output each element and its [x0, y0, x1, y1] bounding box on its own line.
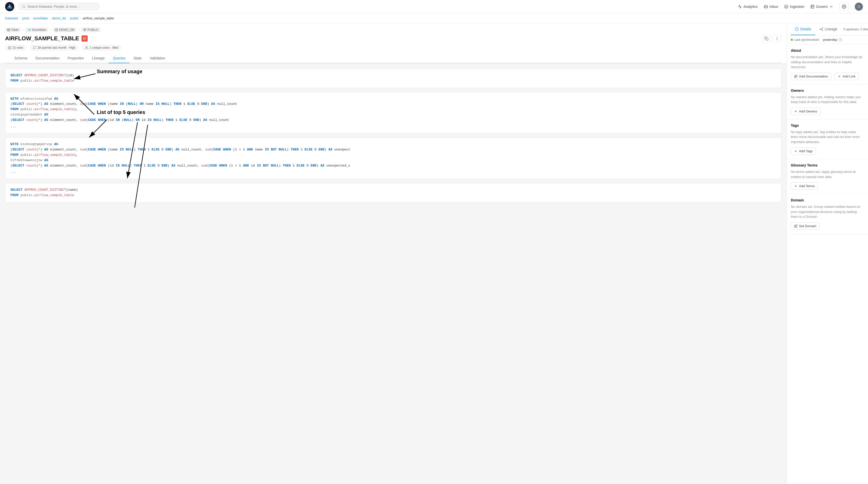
sync-status: Last synchronized yesterday — [787, 35, 868, 45]
plus-icon — [794, 149, 798, 153]
more-icon — [775, 36, 779, 40]
title-actions — [762, 35, 781, 42]
content-area: Table › Snowflake › DEMO_DB › — [0, 24, 786, 483]
gear-icon — [842, 4, 846, 9]
query-item[interactable]: SELECT APPROX_COUNT_DISTINCT(name) FROM … — [5, 183, 781, 202]
chevron-down-icon — [829, 5, 833, 9]
query-list: SELECT APPROX_COUNT_DISTINCT(id) FROM pu… — [0, 63, 786, 207]
nav-govern[interactable]: Govern — [810, 5, 833, 9]
analytics-icon — [738, 5, 742, 9]
schema-icon — [83, 28, 86, 31]
edit-icon — [794, 75, 798, 78]
query-item[interactable]: WITH wfudnxctvzuusfqd AS (SELECT count(*… — [5, 92, 781, 134]
domain-section: Domain No domain set. Group related enti… — [787, 194, 868, 234]
add-tags-button[interactable]: Add Tags — [791, 147, 816, 155]
svg-point-37 — [822, 28, 823, 28]
tab-documentation[interactable]: Documentation — [31, 54, 63, 63]
lineage-icon — [819, 27, 823, 31]
main-layout: Table › Snowflake › DEMO_DB › — [0, 24, 868, 483]
add-link-button[interactable]: Add Link — [834, 73, 859, 80]
avatar[interactable]: U — [855, 3, 863, 11]
owners-section: Owners No owners added yet. Adding owner… — [787, 84, 868, 119]
tab-validation[interactable]: Validation — [146, 54, 169, 63]
svg-rect-23 — [8, 47, 11, 49]
svg-line-3 — [25, 7, 25, 8]
more-button[interactable] — [773, 35, 781, 42]
svg-point-38 — [822, 30, 823, 31]
query-item[interactable]: SELECT APPROX_COUNT_DISTINCT(id) FROM pu… — [5, 68, 781, 88]
set-domain-button[interactable]: Set Domain — [791, 222, 819, 230]
breadcrumb-public[interactable]: public — [70, 16, 79, 20]
nav-inbox[interactable]: Inbox — [764, 5, 778, 9]
rows-icon — [8, 46, 11, 50]
settings-button[interactable] — [839, 3, 849, 11]
svg-line-40 — [820, 29, 822, 30]
copy-button[interactable] — [762, 35, 771, 42]
entity-title-row: AIRFLOW_SAMPLE_TABLE — [5, 35, 781, 42]
svg-rect-19 — [766, 38, 768, 40]
glossary-section: Glossary Terms No terms added yet. Apply… — [787, 159, 868, 194]
inbox-icon — [764, 5, 768, 9]
tab-properties[interactable]: Properties — [64, 54, 88, 63]
meta-rows: 21 rows — [5, 45, 26, 51]
queries-section: Summary of usage List of top 5 queries — [0, 63, 786, 207]
sidebar-tabs: Details Lineage — [791, 24, 841, 35]
add-owners-button[interactable]: Add Owners — [791, 108, 820, 115]
search-icon — [22, 5, 26, 8]
svg-line-39 — [820, 28, 822, 29]
tab-schema[interactable]: Schema — [10, 54, 31, 63]
snowflake-icon — [28, 28, 31, 31]
breadcrumb-datasets[interactable]: Datasets — [5, 16, 18, 20]
svg-point-1 — [9, 6, 11, 8]
tab-stats[interactable]: Stats — [129, 54, 146, 63]
breadcrumb-prod[interactable]: prod — [23, 16, 29, 20]
breadcrumb-demo-db[interactable]: demo_db — [52, 16, 66, 20]
lineage-count: 0 upstream, 2 downstream — [841, 24, 868, 35]
entity-meta: 21 rows 28 queries last month · High 1 u… — [5, 45, 781, 54]
svg-point-2 — [23, 5, 25, 8]
tab-lineage[interactable]: Lineage — [88, 54, 109, 63]
entity-tabs: Schema Documentation Properties Lineage … — [5, 54, 781, 63]
right-sidebar: Details Lineage 0 upstream, 2 downstream… — [786, 24, 868, 483]
svg-point-22 — [777, 39, 777, 40]
plus-icon — [794, 110, 798, 113]
add-terms-button[interactable]: Add Terms — [791, 182, 818, 190]
tab-queries[interactable]: Queries — [109, 54, 129, 63]
svg-point-6 — [843, 6, 845, 7]
nav-right: Analytics Inbox Ingestion Govern U — [738, 3, 863, 11]
platform-badge: Snowflake — [26, 28, 48, 32]
tags-section: Tags No tags added yet. Tag entities to … — [787, 119, 868, 160]
entity-breadcrumb: Table › Snowflake › DEMO_DB › — [5, 28, 781, 32]
svg-point-21 — [777, 38, 777, 38]
database-icon — [55, 28, 58, 31]
govern-icon — [810, 5, 814, 9]
sidebar-header: Details Lineage 0 upstream, 2 downstream — [787, 24, 868, 35]
search-input[interactable] — [28, 5, 96, 8]
search-bar[interactable] — [18, 3, 100, 10]
app-logo[interactable] — [5, 2, 14, 11]
sync-dot — [791, 39, 793, 41]
nav-analytics[interactable]: Analytics — [738, 5, 758, 9]
ingestion-icon — [784, 5, 788, 9]
plus-icon — [838, 75, 841, 78]
svg-point-15 — [56, 29, 58, 29]
top-nav: Analytics Inbox Ingestion Govern U — [0, 0, 868, 13]
breadcrumb: Datasets › prod › snowflake › demo_db › … — [0, 13, 868, 24]
query-item[interactable]: WITH kzuhouqhqmymrvsp AS (SELECT count(*… — [5, 138, 781, 179]
sidebar-tab-details[interactable]: Details — [791, 24, 815, 35]
nav-ingestion[interactable]: Ingestion — [784, 5, 804, 9]
entity-type-icon — [82, 35, 88, 41]
schema-badge: PUBLIC — [81, 28, 100, 32]
breadcrumb-snowflake[interactable]: snowflake — [33, 16, 48, 20]
table-badge: Table — [5, 28, 21, 32]
copy-icon — [764, 36, 768, 40]
add-documentation-button[interactable]: Add Documentation — [791, 73, 831, 80]
entity-title: AIRFLOW_SAMPLE_TABLE — [5, 35, 88, 42]
svg-point-20 — [777, 37, 777, 37]
help-icon — [839, 38, 842, 41]
sidebar-tab-lineage[interactable]: Lineage — [815, 24, 841, 35]
table-icon — [7, 28, 10, 31]
svg-rect-7 — [8, 29, 10, 31]
plus-icon — [794, 184, 798, 188]
edit-icon — [794, 224, 798, 228]
